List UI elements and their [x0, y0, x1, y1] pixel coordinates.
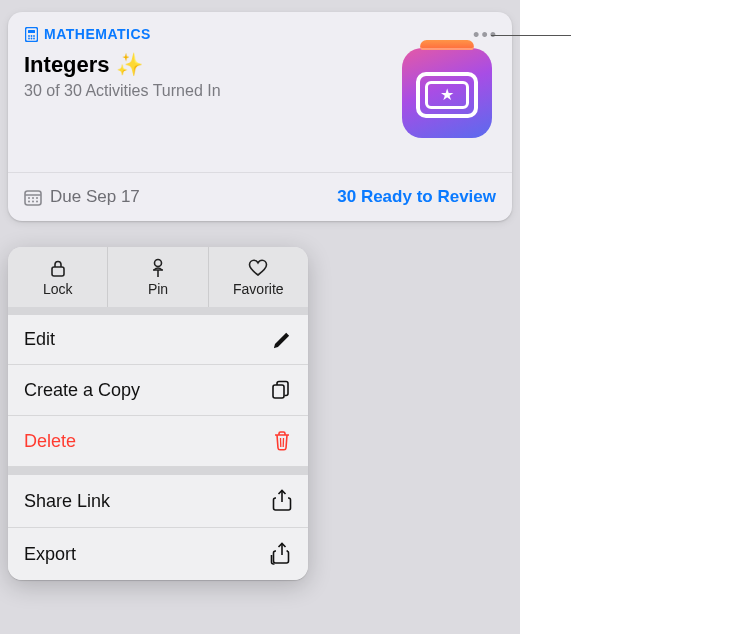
- assignment-card[interactable]: •••: [8, 12, 512, 221]
- due-date: Due Sep 17: [24, 187, 140, 207]
- share-link-menu-item[interactable]: Share Link: [8, 475, 308, 528]
- copy-label: Create a Copy: [24, 380, 140, 401]
- delete-label: Delete: [24, 431, 76, 452]
- subject-label: MATHEMATICS: [44, 26, 151, 42]
- pin-icon: [108, 257, 207, 279]
- svg-point-2: [28, 35, 30, 37]
- export-menu-item[interactable]: Export: [8, 528, 308, 580]
- svg-point-13: [28, 200, 30, 202]
- edit-label: Edit: [24, 329, 55, 350]
- favorite-label: Favorite: [209, 281, 308, 297]
- subject-row: MATHEMATICS: [24, 26, 402, 42]
- svg-point-3: [30, 35, 32, 37]
- copy-menu-item[interactable]: Create a Copy: [8, 365, 308, 416]
- calendar-icon: [24, 189, 42, 206]
- svg-point-14: [32, 200, 34, 202]
- svg-point-6: [30, 37, 32, 39]
- sparkles-icon: ✨: [116, 52, 143, 77]
- svg-point-15: [36, 200, 38, 202]
- svg-rect-16: [52, 267, 64, 276]
- ready-to-review-link[interactable]: 30 Ready to Review: [337, 187, 496, 207]
- assignment-title: Integers ✨: [24, 52, 402, 78]
- app-icon: ★: [402, 48, 492, 138]
- heart-icon: [209, 257, 308, 279]
- svg-point-17: [154, 260, 161, 267]
- delete-menu-item[interactable]: Delete: [8, 416, 308, 467]
- svg-rect-0: [25, 27, 37, 41]
- export-icon: [270, 542, 292, 566]
- copy-icon: [270, 379, 292, 401]
- svg-point-11: [32, 197, 34, 199]
- svg-rect-20: [273, 385, 284, 398]
- svg-rect-1: [28, 30, 35, 33]
- svg-point-10: [28, 197, 30, 199]
- svg-point-5: [28, 37, 30, 39]
- callout-line: [491, 35, 571, 36]
- star-icon: ★: [440, 87, 454, 103]
- svg-point-4: [33, 35, 35, 37]
- share-icon: [272, 489, 292, 513]
- export-label: Export: [24, 544, 76, 565]
- favorite-action[interactable]: Favorite: [209, 247, 308, 307]
- lock-action[interactable]: Lock: [8, 247, 108, 307]
- context-menu: Lock Pin Fa: [8, 247, 308, 580]
- trash-icon: [272, 430, 292, 452]
- lock-label: Lock: [8, 281, 107, 297]
- lock-icon: [8, 257, 107, 279]
- pencil-icon: [272, 330, 292, 350]
- edit-menu-item[interactable]: Edit: [8, 315, 308, 365]
- svg-point-12: [36, 197, 38, 199]
- turned-in-count: 30 of 30 Activities Turned In: [24, 82, 402, 100]
- pin-action[interactable]: Pin: [108, 247, 208, 307]
- share-link-label: Share Link: [24, 491, 110, 512]
- pin-label: Pin: [108, 281, 207, 297]
- calculator-icon: [24, 27, 38, 41]
- svg-point-7: [33, 37, 35, 39]
